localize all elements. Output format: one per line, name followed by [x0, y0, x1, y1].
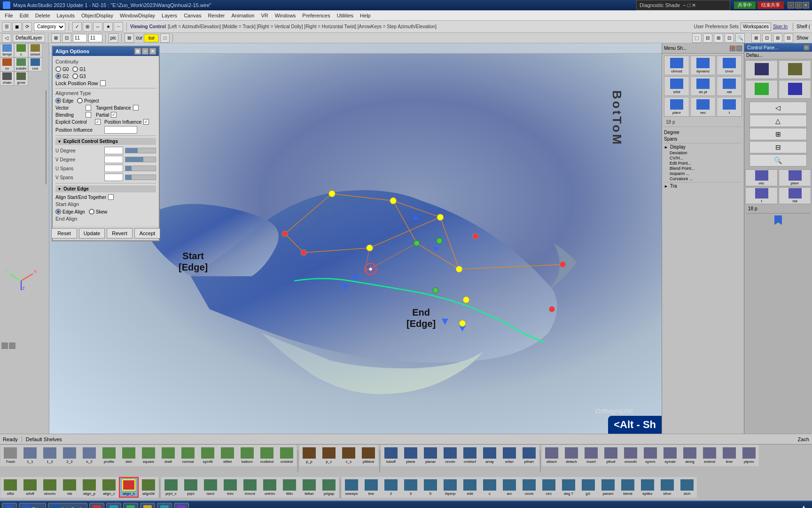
si-circle[interactable]: circle: [519, 477, 539, 498]
default-layer-btn[interactable]: DefaultLayer: [13, 34, 45, 42]
toolbar-icon-btn2[interactable]: ◼: [12, 22, 22, 32]
blending-checkbox[interactable]: [86, 112, 91, 118]
si-detach[interactable]: detach: [562, 445, 581, 466]
dialog-icon-btn[interactable]: ⊞: [134, 48, 141, 55]
radio-g3[interactable]: G3: [72, 73, 86, 79]
ctrl-vec[interactable]: vec: [690, 97, 716, 117]
dialog-close-btn[interactable]: ✕: [149, 48, 156, 55]
si-tuboff[interactable]: tuboff: [381, 445, 401, 466]
si-c[interactable]: c: [480, 477, 500, 498]
lt-templ-btn[interactable]: templ: [0, 43, 14, 57]
si-param[interactable]: param: [598, 477, 618, 498]
menu-vr[interactable]: VR: [258, 12, 271, 19]
radio-edge[interactable]: Edge: [55, 98, 73, 103]
u-spans-slider[interactable]: [125, 166, 156, 171]
radio-g3-circle[interactable]: [72, 73, 78, 79]
si-symm[interactable]: symm: [640, 445, 660, 466]
si-cmblsrf[interactable]: cmblsrf: [460, 445, 480, 466]
taskbar-app3[interactable]: [89, 503, 104, 508]
si-liner[interactable]: liner: [719, 445, 739, 466]
fr-btn-2[interactable]: [779, 60, 811, 79]
reset-button[interactable]: Reset: [51, 228, 77, 238]
si-1-2[interactable]: 1_2: [40, 445, 60, 466]
si-ptharr[interactable]: ptharr: [519, 445, 539, 466]
tb-star[interactable]: ★: [103, 22, 113, 32]
si-isect[interactable]: isect: [201, 477, 220, 498]
menu-canvas[interactable]: Canvas: [181, 12, 204, 19]
u-degree-input[interactable]: 3: [104, 147, 123, 154]
si-deg7[interactable]: deg 7: [559, 477, 578, 498]
si-edit[interactable]: edit: [460, 477, 480, 498]
si-smooth[interactable]: smooth: [621, 445, 640, 466]
tb2-vp-btn1[interactable]: ⬚: [692, 33, 702, 43]
fr-btn-4[interactable]: [779, 80, 811, 99]
workspaces-button[interactable]: Workspaces: [741, 23, 771, 31]
si-2[interactable]: 2: [381, 477, 401, 498]
si-blend[interactable]: blend: [618, 477, 638, 498]
si-offst[interactable]: offst: [0, 477, 20, 498]
si-along[interactable]: along: [680, 445, 700, 466]
menu-file[interactable]: File: [2, 12, 16, 19]
si-sfovr[interactable]: sfovr: [657, 477, 677, 498]
si-attach[interactable]: attach: [542, 445, 562, 466]
si-line[interactable]: line: [361, 477, 381, 498]
update-button[interactable]: Update: [79, 228, 105, 238]
tb2-vp-btn8[interactable]: ⊞: [773, 33, 782, 43]
si-stnorm[interactable]: stnorm: [40, 477, 60, 498]
taskbar-app4[interactable]: [106, 503, 121, 508]
si-aligns[interactable]: align_s: [119, 477, 139, 498]
lt-c-btn[interactable]: c: [14, 43, 28, 57]
lt-selset-btn[interactable]: selset: [28, 43, 42, 57]
lt-grow-btn[interactable]: grow: [14, 71, 28, 86]
diag-restore-btn[interactable]: □: [687, 2, 691, 8]
tb2-input1[interactable]: [73, 34, 87, 42]
fr-btn-7[interactable]: t: [745, 187, 778, 204]
taskbar-app6[interactable]: [140, 503, 155, 508]
category-dropdown[interactable]: Category: [34, 23, 65, 31]
tangent-balance-checkbox[interactable]: [133, 105, 139, 111]
si-trmcvt[interactable]: trmcvt: [240, 477, 260, 498]
revert-button[interactable]: Revert: [107, 228, 133, 238]
tb-dots[interactable]: ···: [114, 22, 123, 32]
taskbar-edge[interactable]: Edge: [19, 503, 46, 508]
si-stch[interactable]: stch: [677, 477, 697, 498]
close-button[interactable]: ✕: [803, 2, 809, 8]
si-extend[interactable]: extend: [700, 445, 719, 466]
dialog-min-btn[interactable]: −: [142, 48, 148, 55]
menu-render[interactable]: Render: [205, 12, 227, 19]
tb-arrow[interactable]: ↔: [93, 22, 102, 32]
menu-windowdisplay[interactable]: WindowDisplay: [117, 12, 158, 19]
si-prjctc[interactable]: prjct_c: [161, 477, 181, 498]
fr-btn-5[interactable]: vec: [745, 169, 778, 186]
fr-nav-contract[interactable]: ⊟: [750, 141, 807, 153]
tb2-small-icon[interactable]: □: [160, 33, 170, 43]
si-skin[interactable]: skin: [119, 445, 139, 466]
si-cmblnd[interactable]: cmblnd: [277, 445, 297, 466]
radio-g0-circle[interactable]: [55, 66, 61, 72]
pos-influence-input[interactable]: 1.0000: [104, 126, 137, 134]
si-srfoff[interactable]: srfoff: [20, 477, 40, 498]
fr-nav-up[interactable]: △: [750, 115, 807, 127]
tb-check1[interactable]: ✓: [72, 22, 82, 32]
toolbar-icon-btn1[interactable]: ☰: [2, 22, 11, 32]
ctrl-srfst[interactable]: srfst: [664, 76, 689, 96]
si-alignc[interactable]: align_c: [99, 477, 119, 498]
lt-subdiv-btn[interactable]: subdiv: [14, 57, 28, 71]
menu-edit[interactable]: Edit: [17, 12, 31, 19]
ctrl-ckmod[interactable]: ckmod: [664, 56, 689, 75]
si-normal[interactable]: normal: [178, 445, 198, 466]
ctrl-dspt[interactable]: ds pt: [690, 76, 716, 96]
si-revolv[interactable]: revolv: [440, 445, 460, 466]
tb2-vp-btn3[interactable]: ⊞: [714, 33, 723, 43]
align-dialog-titlebar[interactable]: Align Options ⊞ − ✕: [53, 47, 159, 56]
tb2-vp-btn6[interactable]: ⊠: [751, 33, 761, 43]
si-sweeps[interactable]: sweeps: [342, 477, 361, 498]
toolbar-icon-btn3[interactable]: ⟳: [23, 22, 32, 32]
si-pftblnd[interactable]: pftblnd: [359, 445, 378, 466]
si-untrim[interactable]: untrim: [260, 477, 280, 498]
v-spans-slider[interactable]: [125, 175, 156, 180]
si-mxtblnd[interactable]: mxtblnd: [257, 445, 277, 466]
taskbar-app7[interactable]: [157, 503, 172, 508]
tb2-arrow-left[interactable]: ◁: [2, 33, 11, 43]
tb2-icon2[interactable]: ⊡: [62, 33, 71, 43]
